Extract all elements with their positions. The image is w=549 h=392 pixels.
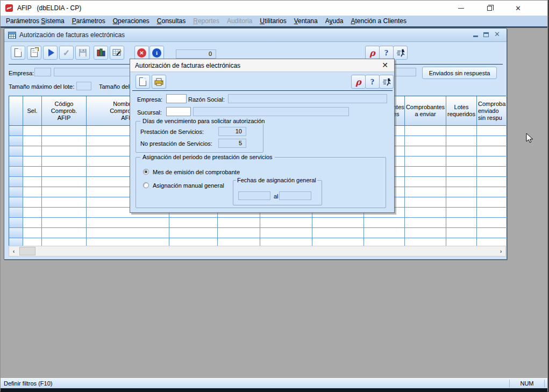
child-maximize-icon[interactable]	[483, 32, 489, 37]
row-header-cell[interactable]	[9, 146, 23, 156]
row-header-cell[interactable]	[9, 177, 23, 187]
row-header-cell[interactable]	[9, 126, 23, 136]
row-header-cell[interactable]	[9, 136, 23, 146]
empresa-code-field[interactable]	[34, 68, 51, 76]
grid-cell[interactable]	[42, 146, 87, 156]
grid-cell[interactable]	[405, 126, 446, 136]
dialog-empresa-field[interactable]	[166, 94, 187, 103]
dialog-new-button[interactable]	[136, 75, 150, 89]
sucursal-name-field[interactable]	[193, 107, 349, 116]
grid-cell[interactable]	[23, 197, 42, 208]
grid-cell[interactable]	[23, 126, 42, 136]
grid-cell[interactable]	[23, 228, 42, 238]
grid-cell[interactable]	[23, 238, 42, 246]
grid-cell[interactable]	[405, 238, 446, 246]
grid-cell[interactable]	[218, 238, 260, 246]
run-button[interactable]	[43, 46, 58, 60]
grid-cell[interactable]	[218, 228, 260, 238]
grid-cell[interactable]	[218, 218, 260, 228]
dialog-runner-button[interactable]	[379, 75, 394, 89]
grid-cell[interactable]	[42, 228, 87, 238]
child-window-title-bar[interactable]: Autorización de facturas electrónicas ✕	[4, 28, 507, 42]
grid-cell[interactable]	[477, 167, 506, 177]
grid-cell[interactable]	[42, 218, 87, 228]
grid-cell[interactable]	[405, 156, 446, 167]
grid-cell[interactable]	[405, 167, 446, 177]
grid-cell[interactable]	[42, 197, 87, 208]
grid-cell[interactable]	[260, 218, 312, 228]
grid-cell[interactable]	[23, 146, 42, 156]
horizontal-scrollbar[interactable]: ‹ ›	[9, 246, 506, 256]
lotes-button[interactable]	[94, 46, 108, 60]
grid-cell[interactable]	[405, 177, 446, 187]
grid-cell[interactable]	[477, 228, 506, 238]
child-close-icon[interactable]: ✕	[494, 32, 500, 37]
no-prestacion-field[interactable]: 5	[218, 139, 246, 148]
validate-button[interactable]: ✓	[59, 46, 74, 60]
menu-item-8[interactable]: Ayuda	[322, 17, 347, 25]
grid-cell[interactable]	[42, 126, 87, 136]
fecha-hasta-field[interactable]	[279, 191, 311, 200]
menu-item-7[interactable]: Ventana	[290, 17, 322, 25]
grid-cell[interactable]	[446, 156, 477, 167]
child-minimize-icon[interactable]	[473, 35, 478, 37]
prestacion-field[interactable]: 10	[218, 127, 246, 136]
maximize-button[interactable]	[475, 1, 504, 16]
grid-cell[interactable]	[446, 136, 477, 146]
grid-cell[interactable]	[364, 218, 405, 228]
grid-cell[interactable]	[260, 228, 312, 238]
radio-button-0[interactable]	[143, 169, 149, 175]
help-button[interactable]: ?	[379, 46, 394, 60]
menu-item-3[interactable]: Consultas	[153, 17, 189, 25]
grid-cell[interactable]	[477, 187, 506, 197]
grid-cell[interactable]	[42, 238, 87, 246]
row-header-cell[interactable]	[9, 197, 23, 208]
grid-cell[interactable]	[446, 187, 477, 197]
grid-cell[interactable]	[405, 197, 446, 208]
row-header-cell[interactable]	[9, 238, 23, 246]
sucursal-field[interactable]	[166, 107, 191, 116]
grid-cell[interactable]	[446, 208, 477, 218]
grid-cell[interactable]	[405, 187, 446, 197]
info-button[interactable]: i	[149, 46, 164, 60]
minimize-button[interactable]	[447, 1, 475, 16]
delete-button[interactable]: ✕	[134, 46, 149, 60]
runner-button[interactable]	[393, 46, 408, 60]
grid-cell[interactable]	[446, 177, 477, 187]
grid-cell[interactable]	[42, 187, 87, 197]
menu-item-1[interactable]: Parámetros	[68, 17, 109, 25]
grid-cell[interactable]	[312, 238, 364, 246]
grid-cell[interactable]	[42, 167, 87, 177]
grid-cell[interactable]	[23, 167, 42, 177]
grid-cell[interactable]	[169, 238, 218, 246]
grid-cell[interactable]	[446, 228, 477, 238]
grid-cell[interactable]	[23, 177, 42, 187]
exit-button[interactable]: ρ	[365, 46, 380, 60]
grid-cell[interactable]	[477, 218, 506, 228]
dialog-print-button[interactable]	[152, 75, 166, 89]
dialog-help-button[interactable]: ?	[365, 75, 380, 89]
grid-cell[interactable]	[405, 146, 446, 156]
grid-cell[interactable]	[405, 208, 446, 218]
fecha-desde-field[interactable]	[238, 191, 270, 200]
grid-cell[interactable]	[23, 218, 42, 228]
tamano-maximo-field[interactable]	[76, 82, 91, 90]
razon-social-field[interactable]	[228, 94, 387, 103]
grid-cell[interactable]	[405, 218, 446, 228]
grid-cell[interactable]	[42, 208, 87, 218]
grid-cell[interactable]	[477, 238, 506, 246]
row-header-cell[interactable]	[9, 167, 23, 177]
grid-cell[interactable]	[446, 197, 477, 208]
grid-cell[interactable]	[477, 146, 506, 156]
counter-field[interactable]: 0	[176, 49, 216, 59]
grid-cell[interactable]	[87, 218, 169, 228]
grid-cell[interactable]	[477, 208, 506, 218]
grid-cell[interactable]	[169, 218, 218, 228]
enviados-sin-respuesta-button[interactable]: Enviados sin respuesta	[422, 67, 497, 79]
grid-cell[interactable]	[23, 136, 42, 146]
menu-item-9[interactable]: Atención a Clientes	[347, 17, 410, 25]
radio-button-1[interactable]	[143, 182, 149, 188]
properties-button[interactable]	[27, 46, 41, 60]
grid-cell[interactable]	[364, 228, 405, 238]
grid-cell[interactable]	[42, 177, 87, 187]
